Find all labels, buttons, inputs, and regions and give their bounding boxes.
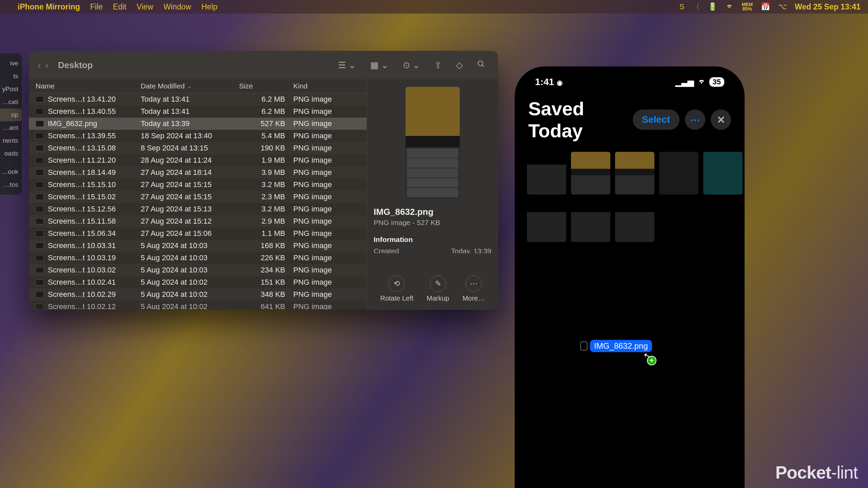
sidebar-item[interactable]: ant… bbox=[0, 121, 22, 134]
saved-thumbnail[interactable] bbox=[571, 199, 610, 242]
sidebar-item[interactable]: nents bbox=[0, 134, 22, 147]
menu-extra-icon[interactable]: S bbox=[679, 2, 685, 11]
file-kind: PNG image bbox=[293, 95, 360, 104]
watermark: Pocket-lint bbox=[775, 462, 858, 483]
sidebar-item[interactable]: op bbox=[0, 108, 22, 121]
file-row[interactable]: Screens…t 15.15.0227 Aug 2024 at 15:152.… bbox=[29, 191, 367, 203]
file-thumb-icon bbox=[36, 267, 44, 273]
sidebar-item[interactable]: ive bbox=[0, 57, 22, 70]
saved-thumbnail[interactable] bbox=[615, 152, 654, 195]
file-row[interactable]: Screens…t 15.12.5627 Aug 2024 at 15:133.… bbox=[29, 203, 367, 215]
saved-thumbnail[interactable] bbox=[703, 152, 743, 195]
file-kind: PNG image bbox=[293, 229, 360, 238]
file-row[interactable]: Screens…t 15.15.1027 Aug 2024 at 15:153.… bbox=[29, 179, 367, 191]
menubar-clock[interactable]: Wed 25 Sep 13:41 bbox=[795, 2, 861, 12]
column-headers[interactable]: Name Date Modified ⌄ Size Kind bbox=[29, 79, 367, 93]
file-row[interactable]: Screens…t 13.40.55Today at 13:416.2 MBPN… bbox=[29, 105, 367, 118]
sidebar-item[interactable] bbox=[0, 160, 22, 165]
col-size: Size bbox=[239, 82, 293, 90]
menu-file[interactable]: File bbox=[90, 2, 103, 12]
rotate-left-button[interactable]: ⟲Rotate Left bbox=[380, 276, 413, 302]
file-kind: PNG image bbox=[293, 192, 360, 201]
file-size: 348 KB bbox=[239, 290, 293, 299]
file-row[interactable]: Screens…t 10.03.315 Aug 2024 at 10:03168… bbox=[29, 240, 367, 252]
saved-thumbnail[interactable] bbox=[615, 199, 654, 242]
more-actions-button[interactable]: ⋯More… bbox=[462, 276, 485, 302]
file-row[interactable]: Screens…t 15.06.3427 Aug 2024 at 15:061.… bbox=[29, 227, 367, 240]
share-icon[interactable]: ⇪ bbox=[430, 58, 446, 73]
file-size: 5.4 MB bbox=[239, 131, 293, 140]
sidebar-item[interactable]: ts bbox=[0, 70, 22, 83]
file-name: Screens…t 18.14.49 bbox=[48, 168, 116, 177]
file-kind: PNG image bbox=[293, 107, 360, 116]
markup-button[interactable]: ✎Markup bbox=[427, 276, 449, 302]
sidebar-item[interactable]: ook… bbox=[0, 165, 22, 178]
menu-help[interactable]: Help bbox=[201, 2, 217, 12]
nav-back-icon[interactable]: ‹ bbox=[38, 59, 41, 71]
file-thumb-icon bbox=[36, 206, 44, 212]
memory-monitor[interactable]: MEM85% bbox=[742, 2, 753, 11]
back-icon[interactable]: 〈 bbox=[692, 2, 700, 12]
file-kind: PNG image bbox=[293, 278, 360, 287]
calendar-icon[interactable]: 📅 bbox=[761, 2, 770, 11]
sidebar-item[interactable]: oads bbox=[0, 147, 22, 160]
close-button[interactable]: ✕ bbox=[711, 109, 731, 130]
saved-thumbnail[interactable] bbox=[527, 199, 566, 242]
svg-point-0 bbox=[478, 61, 483, 66]
file-row[interactable]: Screens…t 13.41.20Today at 13:416.2 MBPN… bbox=[29, 93, 367, 105]
sidebar-item[interactable]: cati… bbox=[0, 96, 22, 108]
preview-subtitle: PNG image - 527 KB bbox=[374, 219, 491, 227]
file-row[interactable]: IMG_8632.pngToday at 13:39527 KBPNG imag… bbox=[29, 118, 367, 130]
file-kind: PNG image bbox=[293, 180, 360, 189]
file-row[interactable]: Screens…t 13.39.5518 Sep 2024 at 13:405.… bbox=[29, 130, 367, 142]
select-button[interactable]: Select bbox=[633, 109, 680, 130]
saved-photos-grid[interactable] bbox=[522, 145, 737, 249]
file-date: 5 Aug 2024 at 10:02 bbox=[141, 290, 239, 299]
file-row[interactable]: Screens…t 10.03.195 Aug 2024 at 10:03226… bbox=[29, 252, 367, 264]
file-row[interactable]: Screens…t 10.02.415 Aug 2024 at 10:02151… bbox=[29, 276, 367, 288]
file-row[interactable]: Screens…t 10.02.295 Aug 2024 at 10:02348… bbox=[29, 288, 367, 301]
file-row[interactable]: Screens…t 15.11.5827 Aug 2024 at 15:122.… bbox=[29, 215, 367, 227]
file-size: 3.9 MB bbox=[239, 168, 293, 177]
file-row[interactable]: Screens…t 13.15.088 Sep 2024 at 13:15190… bbox=[29, 142, 367, 154]
file-row[interactable]: Screens…t 10.02.125 Aug 2024 at 10:02641… bbox=[29, 301, 367, 310]
file-date: 27 Aug 2024 at 15:12 bbox=[141, 217, 239, 226]
menu-view[interactable]: View bbox=[137, 2, 153, 12]
cellular-icon: ▁▃▅ bbox=[675, 77, 694, 87]
file-kind: PNG image bbox=[293, 266, 360, 274]
sidebar-item[interactable]: yPost bbox=[0, 83, 22, 96]
file-thumb-icon bbox=[36, 108, 44, 115]
saved-thumbnail[interactable] bbox=[527, 152, 566, 195]
battery-icon[interactable]: 🔋 bbox=[708, 2, 717, 11]
file-row[interactable]: Screens…t 18.14.4927 Aug 2024 at 18:143.… bbox=[29, 166, 367, 179]
menu-edit[interactable]: Edit bbox=[113, 2, 126, 12]
macos-menubar: iPhone Mirroring File Edit View Window H… bbox=[0, 0, 868, 14]
sidebar-item[interactable]: tos… bbox=[0, 178, 22, 191]
file-date: Today at 13:39 bbox=[141, 119, 239, 128]
preview-info-heading: Information bbox=[374, 236, 491, 244]
file-row[interactable]: Screens…t 11.21.2028 Aug 2024 at 11:241.… bbox=[29, 154, 367, 166]
control-center-icon[interactable]: ⌥ bbox=[778, 2, 787, 11]
search-icon[interactable] bbox=[473, 58, 489, 73]
file-date: 5 Aug 2024 at 10:03 bbox=[141, 253, 239, 262]
file-thumb-icon bbox=[36, 230, 44, 237]
file-date: 27 Aug 2024 at 15:15 bbox=[141, 192, 239, 201]
action-menu-icon[interactable]: ⊙ ⌄ bbox=[399, 58, 424, 73]
file-name: Screens…t 13.41.20 bbox=[48, 95, 116, 104]
wifi-icon[interactable] bbox=[725, 2, 733, 11]
nav-forward-icon[interactable]: › bbox=[45, 59, 48, 71]
tags-icon[interactable]: ◇ bbox=[452, 58, 467, 73]
file-name: Screens…t 13.39.55 bbox=[48, 131, 116, 140]
app-menu[interactable]: iPhone Mirroring bbox=[18, 2, 80, 12]
file-thumb-icon bbox=[36, 291, 44, 298]
saved-thumbnail[interactable] bbox=[571, 152, 610, 195]
file-name: Screens…t 10.02.29 bbox=[48, 290, 116, 299]
menu-window[interactable]: Window bbox=[163, 2, 191, 12]
view-list-icon[interactable]: ☰ ⌄ bbox=[334, 58, 360, 73]
view-grid-icon[interactable]: ▦ ⌄ bbox=[366, 58, 393, 73]
file-size: 3.2 MB bbox=[239, 205, 293, 214]
file-row[interactable]: Screens…t 10.03.025 Aug 2024 at 10:03234… bbox=[29, 264, 367, 276]
more-button[interactable]: ⋯ bbox=[685, 109, 705, 130]
saved-thumbnail[interactable] bbox=[659, 152, 698, 195]
file-date: 8 Sep 2024 at 13:15 bbox=[141, 144, 239, 152]
